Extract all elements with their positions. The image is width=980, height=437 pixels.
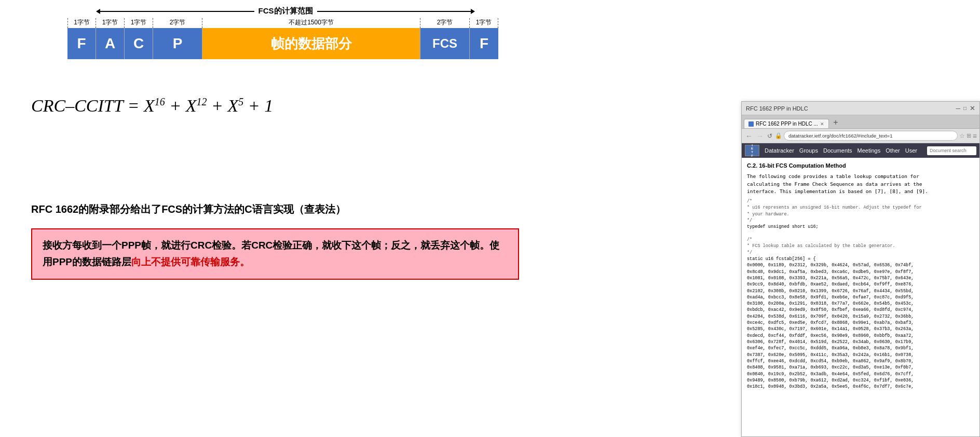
code-line: 0x9cc9, 0x8d40, 0xbfdb, 0xae52, 0xdaed, …	[747, 281, 974, 288]
frame-box-P: P	[153, 28, 202, 59]
code-line: 0x2102, 0x308b, 0x0210, 0x1399, 0x6726, …	[747, 288, 974, 294]
code-block: /* * u16 represents an unsigned 16-bit n…	[747, 198, 974, 390]
code-line	[747, 230, 974, 237]
byte-label-5: 2字节	[420, 18, 470, 28]
code-line: 0x0840, 0x19c9, 0x2b52, 0x3adb, 0x4e64, …	[747, 371, 974, 377]
ietf-navbar: IETF Datatracker Groups Documents Meetin…	[742, 143, 979, 158]
back-button[interactable]: ←	[744, 132, 754, 140]
new-tab-button[interactable]: +	[830, 117, 841, 128]
fcs-range-label: FCS的计算范围	[254, 6, 317, 16]
code-line: 0xad4a, 0xbcc3, 0x8e58, 0x9fd1, 0xeb6e, …	[747, 294, 974, 301]
nav-groups[interactable]: Groups	[799, 147, 818, 154]
titlebar-title: RFC 1662 PPP in HDLC	[746, 105, 956, 112]
frame-box-C: C	[125, 28, 153, 59]
code-line: 0x18c1, 0x0948, 0x3bd3, 0x2a5a, 0x5ee5, …	[747, 384, 974, 390]
lock-icon: 🔒	[775, 132, 782, 139]
code-line: * your hardware.	[747, 211, 974, 217]
left-panel: FCS的计算范围 1字节 1字节 1字节 2字节 不超过1500字节 2字节 1…	[0, 0, 535, 437]
extensions-icon[interactable]: ⊞	[967, 132, 971, 139]
star-icon[interactable]: ☆	[959, 132, 965, 140]
code-line: 0x1081, 0x0108, 0x3393, 0x221a, 0x56a5, …	[747, 275, 974, 281]
active-tab[interactable]: RFC 1662 PPP in HDLC ... ✕	[744, 119, 829, 128]
browser-window: RFC 1662 PPP in HDLC ─ □ ✕ RFC 1662 PPP …	[741, 101, 980, 437]
browser-addressbar: ← → ↺ 🔒 datatracker.ietf.org/doc/rfc1662…	[742, 129, 979, 143]
highlight-text-red: 向上不提供可靠传输服务。	[131, 256, 250, 267]
byte-label-2: 1字节	[125, 18, 153, 28]
address-bar[interactable]: datatracker.ietf.org/doc/rfc1662/#includ…	[784, 131, 958, 141]
code-line: static u16 fcstab[256] = {	[747, 256, 974, 262]
code-line: 0xbdcb, 0xac42, 0x9ed9, 0x8f50, 0xfbef, …	[747, 307, 974, 313]
byte-label-1: 1字节	[96, 18, 125, 28]
tab-icon	[748, 121, 754, 127]
byte-label-3: 2字节	[153, 18, 202, 28]
code-line: 0x8408, 0x9581, 0xa71a, 0xb693, 0xc22c, …	[747, 364, 974, 371]
nav-user[interactable]: User	[905, 147, 917, 154]
code-line: 0xef4e, 0xfec7, 0xcc5c, 0xddd5, 0xa96a, …	[747, 345, 974, 351]
close-button[interactable]: ✕	[970, 104, 975, 112]
code-line: 0x0000, 0x1189, 0x2312, 0x329b, 0x4624, …	[747, 262, 974, 268]
nav-documents[interactable]: Documents	[823, 147, 852, 154]
minimize-button[interactable]: ─	[956, 105, 960, 112]
code-line: */	[747, 217, 974, 224]
code-line: 0xce4c, 0xdfc5, 0xed5e, 0xfcd7, 0x8868, …	[747, 320, 974, 326]
code-line: 0x6306, 0x728f, 0x4014, 0x519d, 0x2522, …	[747, 339, 974, 345]
formula-text: CRC–CCITT = X16 + X12 + X5 + 1	[31, 96, 273, 115]
frame-box-F2: F	[470, 28, 498, 59]
code-line: typedef unsigned short u16;	[747, 224, 974, 230]
code-line: /*	[747, 198, 974, 204]
highlight-box: 接收方每收到一个PPP帧，就进行CRC检验。若CRC检验正确，就收下这个帧；反之…	[31, 228, 519, 280]
rfc-description: RFC 1662的附录部分给出了FCS的计算方法的C语言实现（查表法）	[31, 202, 346, 216]
byte-label-6: 1字节	[470, 18, 498, 28]
byte-label-4: 不超过1500字节	[202, 18, 420, 28]
fcs-diagram: FCS的计算范围 1字节 1字节 1字节 2字节 不超过1500字节 2字节 1…	[67, 6, 503, 59]
byte-labels-row: 1字节 1字节 1字节 2字节 不超过1500字节 2字节 1字节	[67, 18, 503, 28]
section-desc: The following code provides a table look…	[747, 173, 974, 195]
forward-button[interactable]: →	[755, 132, 765, 140]
frame-box-data: 帧的数据部分	[202, 28, 420, 59]
url-text: datatracker.ietf.org/doc/rfc1662/#includ…	[788, 133, 892, 139]
code-line: 0xdecd, 0xcf44, 0xfddf, 0xec56, 0x98e9, …	[747, 333, 974, 339]
nav-datatracker[interactable]: Datatracker	[765, 147, 794, 154]
code-line: 0x4204, 0x538d, 0x6116, 0x709f, 0x0420, …	[747, 313, 974, 320]
search-input[interactable]	[927, 146, 976, 155]
nav-other[interactable]: Other	[886, 147, 900, 154]
tab-label: RFC 1662 PPP in HDLC ...	[756, 121, 818, 127]
highlight-text-part1: 接收方每收到一个PPP帧，就进行CRC检验。若CRC检验正确，就收下这个帧；反之…	[43, 240, 499, 267]
byte-label-0: 1字节	[67, 18, 96, 28]
frame-box-fcs: FCS	[420, 28, 470, 59]
browser-titlebar: RFC 1662 PPP in HDLC ─ □ ✕	[742, 102, 979, 115]
maximize-button[interactable]: □	[963, 105, 967, 111]
code-line: 0x7387, 0x620e, 0x5095, 0x411c, 0x35a3, …	[747, 352, 974, 358]
code-line: * u16 represents an unsigned 16-bit numb…	[747, 204, 974, 211]
tab-close-icon[interactable]: ✕	[820, 121, 824, 127]
browser-content: C.2. 16-bit FCS Computation Method The f…	[742, 158, 979, 436]
window-controls: ─ □ ✕	[956, 104, 975, 112]
section-heading: C.2. 16-bit FCS Computation Method	[747, 162, 974, 170]
nav-meetings[interactable]: Meetings	[857, 147, 881, 154]
formula-section: CRC–CCITT = X16 + X12 + X5 + 1	[31, 96, 273, 116]
code-line: */	[747, 250, 974, 256]
fcs-range-arrow: FCS的计算范围	[96, 6, 475, 16]
browser-tabbar: RFC 1662 PPP in HDLC ... ✕ +	[742, 115, 979, 129]
frame-boxes: F A C P 帧的数据部分 FCS F	[67, 28, 503, 59]
code-line: 0x8c48, 0x9dc1, 0xaf5a, 0xbed3, 0xca6c, …	[747, 269, 974, 275]
settings-icon[interactable]: ≡	[973, 132, 977, 140]
code-line: * FCS lookup table as calculated by the …	[747, 243, 974, 249]
ietf-logo: IETF	[745, 145, 759, 156]
frame-box-A: A	[96, 28, 125, 59]
code-line: /*	[747, 237, 974, 243]
code-line: 0x5285, 0x430c, 0x7197, 0x601e, 0x14a1, …	[747, 326, 974, 332]
frame-box-F1: F	[67, 28, 96, 59]
code-line: 0xffcf, 0xee46, 0xdcdd, 0xcd54, 0xb9eb, …	[747, 358, 974, 364]
code-line: 0x3100, 0x200a, 0x1291, 0x0318, 0x77a7, …	[747, 301, 974, 307]
reload-button[interactable]: ↺	[766, 132, 773, 140]
code-line: 0x9489, 0x8500, 0xb79b, 0xa612, 0xd2ad, …	[747, 377, 974, 384]
